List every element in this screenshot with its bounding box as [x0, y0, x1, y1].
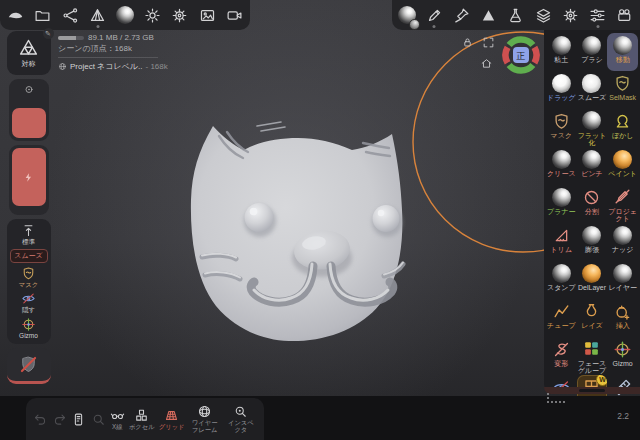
- memory-text: 89.1 MB / 2.73 GB: [88, 32, 154, 43]
- export-button[interactable]: [58, 2, 82, 28]
- edit-badge-icon[interactable]: ✎: [43, 28, 54, 39]
- radius-slider-handle[interactable]: [12, 108, 46, 138]
- tool-insert[interactable]: 挿入: [607, 299, 638, 337]
- alpha-button[interactable]: [477, 2, 501, 28]
- panel-resize-handle[interactable]: [544, 387, 640, 394]
- intensity-slider[interactable]: [9, 145, 49, 215]
- filters-button[interactable]: [504, 2, 528, 28]
- fullscreen-button[interactable]: [481, 36, 495, 50]
- hide-mode-button[interactable]: 隠す: [21, 291, 36, 314]
- grid-button[interactable]: グリッド: [159, 408, 185, 431]
- redo-button[interactable]: [52, 412, 67, 427]
- move-tool-icon: [613, 36, 632, 55]
- material-button[interactable]: [113, 2, 137, 28]
- tool-crease[interactable]: クリース: [546, 147, 577, 185]
- nudge-tool-icon: [613, 226, 632, 245]
- mask-mode-button[interactable]: マスク: [19, 266, 39, 289]
- info-divider: [58, 57, 158, 58]
- tool-nudge[interactable]: ナッジ: [607, 223, 638, 261]
- view-cube-right-arc[interactable]: [534, 47, 536, 63]
- tool-label: レイヤー: [608, 284, 637, 292]
- inspector-button[interactable]: インスペクタ: [225, 404, 257, 434]
- undo-button[interactable]: [33, 412, 48, 427]
- tool-label: レイズ: [581, 322, 603, 330]
- notes-button[interactable]: [71, 412, 86, 427]
- symmetry-button[interactable]: 対称 ✎: [7, 31, 51, 75]
- zoom-button[interactable]: [91, 412, 106, 427]
- environment-button[interactable]: [168, 2, 192, 28]
- tool-facegroups[interactable]: フェースグループ: [577, 337, 608, 375]
- project-row[interactable]: Project ネコレベル.. - 168k: [58, 61, 168, 72]
- stroke-button[interactable]: [422, 2, 446, 28]
- render-button[interactable]: [613, 2, 637, 28]
- tool-pinch[interactable]: ピンチ: [577, 147, 608, 185]
- intensity-slider-handle[interactable]: [12, 148, 46, 206]
- eye-slash-icon: [21, 291, 36, 306]
- smooth-mode-chip[interactable]: スムーズ: [10, 249, 48, 263]
- project-count: - 168k: [146, 61, 168, 72]
- tool-inflate[interactable]: 膨張: [577, 223, 608, 261]
- app-version: 2.2: [617, 411, 629, 421]
- tool-lathe[interactable]: レイズ: [577, 299, 608, 337]
- tool-planar[interactable]: プラナー: [546, 185, 577, 223]
- facegroups-tool-icon: [582, 339, 601, 358]
- tool-dellayer[interactable]: DelLayer: [577, 261, 608, 299]
- tool-flatten[interactable]: フラット化: [577, 109, 608, 147]
- camera-icon: [226, 7, 243, 24]
- left-toggle-group: 標準 スムーズ マスク 隠す Gizmo: [7, 219, 51, 344]
- wireframe-label: ワイヤーフレーム: [189, 420, 221, 434]
- tool-project[interactable]: プロジェクト: [607, 185, 638, 223]
- lock-icon: [461, 36, 474, 49]
- blur-tool-icon: [613, 112, 632, 131]
- settings-button[interactable]: [558, 2, 582, 28]
- layers-button[interactable]: [531, 2, 555, 28]
- split-tool-icon: [582, 188, 601, 207]
- files-button[interactable]: [31, 2, 55, 28]
- app-logo-button[interactable]: [3, 2, 27, 28]
- camera-button[interactable]: [223, 2, 247, 28]
- tool-paint[interactable]: ペイント: [607, 147, 638, 185]
- tool-split[interactable]: 分割: [577, 185, 608, 223]
- topology-button[interactable]: [86, 2, 110, 28]
- lighting-button[interactable]: [140, 2, 164, 28]
- voxel-button[interactable]: ボクセル: [129, 408, 155, 431]
- view-cube[interactable]: 正: [502, 36, 540, 74]
- tool-transform[interactable]: 変形: [546, 337, 577, 375]
- tool-label: 膨張: [585, 246, 599, 254]
- gizmo-mode-button[interactable]: Gizmo: [19, 317, 38, 340]
- tool-move[interactable]: 移動: [607, 33, 638, 71]
- view-cube-left-arc[interactable]: [506, 47, 508, 63]
- matcap-button[interactable]: [395, 2, 419, 28]
- xray-button[interactable]: X線: [110, 408, 125, 431]
- tool-trim[interactable]: トリム: [546, 223, 577, 261]
- tool-selmask[interactable]: SelMask: [607, 71, 638, 109]
- tool-clay[interactable]: 粘土: [546, 33, 577, 71]
- interface-button[interactable]: [586, 2, 610, 28]
- tool-stamp[interactable]: スタンプ: [546, 261, 577, 299]
- radius-slider[interactable]: [9, 79, 49, 141]
- falloff-button[interactable]: [450, 2, 474, 28]
- tool-tube[interactable]: チューブ: [546, 299, 577, 337]
- cat-model-3d[interactable]: [191, 122, 403, 341]
- inspector-label: インスペクタ: [225, 420, 257, 434]
- mask-clear-button[interactable]: [7, 348, 51, 384]
- tool-brush[interactable]: ブラシ: [577, 33, 608, 71]
- intensity-bolt-icon: [23, 172, 34, 183]
- tool-mask[interactable]: マスク: [546, 109, 577, 147]
- tool-layer[interactable]: レイヤー: [607, 261, 638, 299]
- home-view-button[interactable]: [479, 57, 493, 71]
- background-button[interactable]: [195, 2, 219, 28]
- wireframe-button[interactable]: ワイヤーフレーム: [189, 404, 221, 434]
- tool-blur[interactable]: ぼかし: [607, 109, 638, 147]
- undo-icon: [33, 412, 48, 427]
- tool-gizmo[interactable]: Gizmo: [607, 337, 638, 375]
- tool-label: プロジェクト: [607, 208, 638, 223]
- symmetry-label: 対称: [22, 59, 36, 69]
- tool-drag[interactable]: ドラッグ: [546, 71, 577, 109]
- standard-falloff-button[interactable]: 標準: [21, 223, 36, 246]
- tool-label: ぼかし: [612, 132, 634, 140]
- transform-tool-icon: [552, 340, 571, 359]
- tool-smooth[interactable]: スムーズ: [577, 71, 608, 109]
- lock-view-button[interactable]: [460, 36, 474, 50]
- gizmo-icon: [21, 317, 36, 332]
